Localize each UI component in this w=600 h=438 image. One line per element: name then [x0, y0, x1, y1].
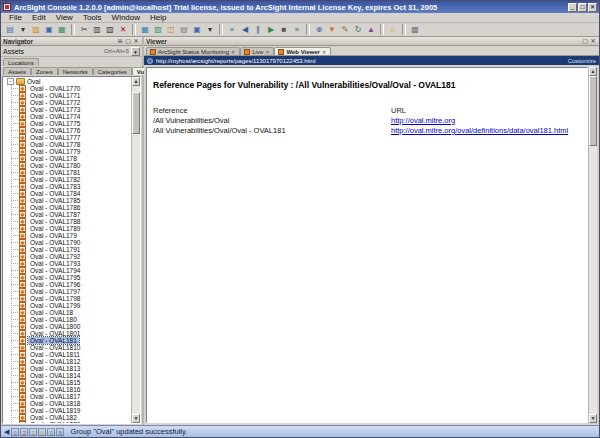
delete-icon[interactable]: ✕: [117, 24, 129, 36]
menu-item[interactable]: View: [51, 13, 78, 22]
tree-item[interactable]: ✱ Oval - OVAL1783: [3, 183, 131, 190]
minimize-button[interactable]: _: [568, 3, 577, 12]
pause-icon[interactable]: ∥: [252, 24, 264, 36]
tree-item[interactable]: ✱ Oval - OVAL1799: [3, 302, 131, 309]
tree-item[interactable]: ✱ Oval - OVAL1795: [3, 274, 131, 281]
reference-url-link[interactable]: http://oval.mitre.org: [391, 116, 455, 126]
refresh-icon[interactable]: ↻: [352, 24, 364, 36]
tree-item[interactable]: ✱ Oval - OVAL1812: [3, 358, 131, 365]
play-icon[interactable]: ▶: [265, 24, 277, 36]
close-button[interactable]: ✕: [588, 3, 597, 12]
tree-item[interactable]: ✱ Oval - OVAL1782: [3, 176, 131, 183]
tree-item[interactable]: ✱ Oval - OVAL1818: [3, 400, 131, 407]
tree-item[interactable]: ✱ Oval - OVAL1819: [3, 407, 131, 414]
tab-close-icon[interactable]: ✕: [265, 49, 269, 55]
tree-item[interactable]: ✱ Oval - OVAL1785: [3, 197, 131, 204]
step-forward-icon[interactable]: »: [291, 24, 303, 36]
tree-item[interactable]: ✱ Oval - OVAL1800: [3, 323, 131, 330]
navigator-tab[interactable]: Assets: [3, 67, 31, 75]
menu-item[interactable]: File: [4, 13, 27, 22]
viewer-scroll-up-icon[interactable]: ▲: [589, 67, 597, 76]
new-resource-icon[interactable]: ▤: [4, 24, 16, 36]
menu-item[interactable]: Window: [107, 13, 145, 22]
viewer-float-icon[interactable]: ▢: [581, 38, 589, 45]
zoom-in-icon[interactable]: ⊕: [313, 24, 325, 36]
tree-item[interactable]: ✱ Oval - OVAL1791: [3, 246, 131, 253]
navigator-tab-locations[interactable]: Locations: [3, 58, 39, 66]
tree-item[interactable]: ✱ Oval - OVAL1797: [3, 288, 131, 295]
help-lightbulb-icon[interactable]: ☼: [387, 24, 399, 36]
open-folder-icon[interactable]: ▨: [30, 24, 42, 36]
navigator-tab[interactable]: Zones: [31, 67, 58, 75]
viewer-tab[interactable]: Web Viewer ✕: [274, 47, 331, 55]
tree-item[interactable]: ✱ Oval - OVAL1792: [3, 253, 131, 260]
tree-item[interactable]: ✱ Oval - OVAL1820: [3, 421, 131, 423]
scrollbar-thumb[interactable]: [132, 92, 140, 134]
tree-item[interactable]: ✱ Oval - OVAL1790: [3, 239, 131, 246]
stop-icon[interactable]: ■: [278, 24, 290, 36]
tree-item[interactable]: ✱ Oval - OVAL1774: [3, 113, 131, 120]
status-collapse-icon[interactable]: ◀: [4, 428, 9, 436]
toolbar-button[interactable]: [402, 24, 406, 35]
tree-item[interactable]: ✱ Oval - OVAL1801: [3, 330, 131, 337]
menu-item[interactable]: Tools: [78, 13, 107, 22]
tree-item[interactable]: ✱ Oval - OVAL1787: [3, 211, 131, 218]
viewer-tab[interactable]: Live ✕: [240, 47, 274, 55]
view-dropdown-icon[interactable]: ▾: [204, 24, 216, 36]
tree-item[interactable]: ✱ Oval - OVAL180: [3, 316, 131, 323]
tree-item[interactable]: ✱ Oval - OVAL1778: [3, 141, 131, 148]
tree-root-oval[interactable]: − Oval: [3, 78, 131, 85]
tree-item[interactable]: ✱ Oval - OVAL1814: [3, 372, 131, 379]
tab-close-icon[interactable]: ✕: [231, 49, 235, 55]
resource-selector[interactable]: Assets Ctrl+Alt+S ▾: [1, 46, 142, 57]
web-view-icon[interactable]: ▣: [191, 24, 203, 36]
scrollbar-track[interactable]: [132, 86, 140, 414]
navigator-tab[interactable]: Networks: [58, 67, 93, 75]
cut-icon[interactable]: ✂: [78, 24, 90, 36]
navigator-tab[interactable]: Categories: [93, 67, 132, 75]
float-icon[interactable]: ▢: [124, 38, 132, 45]
tree-item[interactable]: ✱ Oval - OVAL1793: [3, 260, 131, 267]
save-icon[interactable]: ▣: [43, 24, 55, 36]
tree-item[interactable]: ✱ Oval - OVAL1772: [3, 99, 131, 106]
filter-icon[interactable]: ▼: [326, 24, 338, 36]
tree-item[interactable]: ✱ Oval - OVAL179: [3, 232, 131, 239]
tree-item[interactable]: ✱ Oval - OVAL1811: [3, 351, 131, 358]
tree-item[interactable]: ✱ Oval - OVAL1813: [3, 365, 131, 372]
viewer-scrollbar-thumb[interactable]: [589, 76, 597, 146]
maximize-button[interactable]: □: [578, 3, 587, 12]
scroll-up-icon[interactable]: ▲: [132, 77, 140, 86]
toolbar-button[interactable]: [380, 24, 384, 35]
grid-view-icon[interactable]: ▦: [139, 24, 151, 36]
step-back-icon[interactable]: ◀: [239, 24, 251, 36]
toolbar-button[interactable]: [219, 24, 223, 35]
tree-item[interactable]: ✱ Oval - OVAL1784: [3, 190, 131, 197]
export-icon[interactable]: ▲: [365, 24, 377, 36]
toolbar-button[interactable]: [132, 24, 136, 35]
tree-item[interactable]: ✱ Oval - OVAL181: [3, 337, 131, 344]
tree-item[interactable]: ✱ Oval - OVAL1781: [3, 169, 131, 176]
annotate-icon[interactable]: ✎: [339, 24, 351, 36]
panel-close-icon[interactable]: ✕: [132, 38, 140, 45]
tree-item[interactable]: ✱ Oval - OVAL1810: [3, 344, 131, 351]
tree-item[interactable]: ✱ Oval - OVAL1776: [3, 127, 131, 134]
tree-item[interactable]: ✱ Oval - OVAL1771: [3, 92, 131, 99]
tree-item[interactable]: ✱ Oval - OVAL1777: [3, 134, 131, 141]
tree-item[interactable]: ✱ Oval - OVAL1789: [3, 225, 131, 232]
tree-item[interactable]: ✱ Oval - OVAL1796: [3, 281, 131, 288]
tab-close-icon[interactable]: ✕: [322, 49, 326, 55]
lock-icon[interactable]: ▩: [409, 24, 421, 36]
tree-item[interactable]: ✱ Oval - OVAL1786: [3, 204, 131, 211]
reference-url-link[interactable]: http://oval.mitre.org/oval/definitions/d…: [391, 126, 568, 136]
menu-item[interactable]: Help: [145, 13, 171, 22]
toolbar-button[interactable]: [71, 24, 75, 35]
notes-view-icon[interactable]: ▤: [178, 24, 190, 36]
dashboard-view-icon[interactable]: ◫: [165, 24, 177, 36]
tree-item[interactable]: ✱ Oval - OVAL1780: [3, 162, 131, 169]
chart-view-icon[interactable]: ▧: [152, 24, 164, 36]
tree-item[interactable]: ✱ Oval - OVAL1794: [3, 267, 131, 274]
new-dropdown-icon[interactable]: ▾: [17, 24, 29, 36]
resource-selector-dropdown-icon[interactable]: ▾: [131, 47, 140, 56]
jump-start-icon[interactable]: «: [226, 24, 238, 36]
tree-item[interactable]: ✱ Oval - OVAL178: [3, 155, 131, 162]
